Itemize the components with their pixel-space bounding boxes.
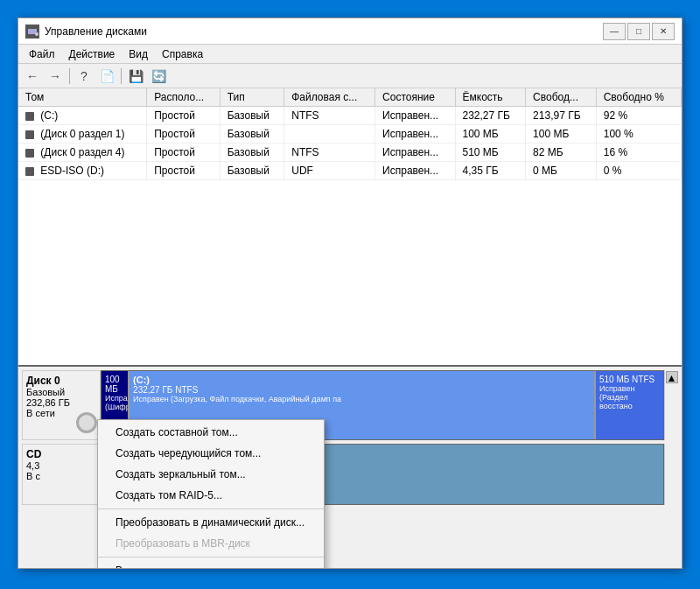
menu-action[interactable]: Действие (62, 46, 122, 62)
disk-table-area: Том Располо... Тип Файловая с... Состоян… (18, 88, 682, 367)
cell-location: Простой (147, 144, 220, 162)
cell-free-pct: 16 % (596, 144, 681, 162)
maximize-button[interactable]: □ (627, 23, 650, 40)
cell-location: Простой (147, 125, 220, 144)
col-free-pct[interactable]: Свободно % (596, 88, 681, 107)
main-window: Управление дисками — □ ✕ Файл Действие В… (18, 18, 682, 569)
cell-capacity: 4,35 ГБ (455, 162, 526, 180)
svg-point-2 (35, 32, 38, 36)
cell-filesystem: NTFS (284, 107, 375, 125)
col-capacity[interactable]: Ёмкость (455, 88, 526, 107)
app-icon (25, 25, 39, 39)
main-content: Том Располо... Тип Файловая с... Состоян… (18, 88, 682, 568)
ctx-create-mirror[interactable]: Создать зеркальный том... (98, 464, 324, 485)
col-status[interactable]: Состояние (375, 88, 455, 107)
cell-free: 100 МБ (526, 125, 597, 144)
p2-size: 232,27 ГБ NTFS (133, 385, 591, 395)
context-menu: Создать составной том... Создать чередую… (97, 419, 325, 568)
p3-size: 510 МБ NTFS (599, 375, 660, 384)
cell-type: Базовый (220, 144, 284, 162)
col-filesystem[interactable]: Файловая с... (284, 88, 375, 107)
disk-circle-indicator (76, 412, 97, 433)
cell-status: Исправен... (375, 162, 455, 180)
disk-visual-area: Диск 0 Базовый 232,86 ГБ В сети 100 МБ И… (18, 367, 682, 568)
cell-free: 213,97 ГБ (526, 107, 597, 125)
cell-type: Базовый (220, 107, 284, 125)
properties-toolbar-button[interactable]: 📄 (96, 67, 117, 86)
toolbar-sep-1 (69, 68, 70, 84)
scrollbar-right[interactable]: ▲ (664, 370, 678, 440)
toolbar-sep-2 (121, 68, 122, 84)
cell-name: ESD-ISO (D:) (18, 162, 147, 180)
ctx-convert-dynamic[interactable]: Преобразовать в динамический диск... (98, 512, 324, 533)
table-header-row: Том Располо... Тип Файловая с... Состоян… (18, 88, 682, 107)
menu-file[interactable]: Файл (22, 46, 62, 62)
cell-name: (Диск 0 раздел 4) (18, 144, 147, 162)
disk0-name: Диск 0 (26, 375, 96, 387)
close-button[interactable]: ✕ (652, 23, 675, 40)
cell-filesystem (284, 125, 375, 144)
p1-info: Исправен (Шифров (105, 394, 124, 411)
cell-filesystem: NTFS (284, 144, 375, 162)
title-bar-buttons: — □ ✕ (603, 23, 675, 40)
menu-bar: Файл Действие Вид Справка (18, 45, 682, 64)
cell-free: 0 МБ (526, 162, 597, 180)
ctx-sep-1 (98, 508, 324, 509)
cd-status: В с (26, 471, 96, 481)
table-row[interactable]: (Диск 0 раздел 4) Простой Базовый NTFS И… (18, 144, 682, 162)
col-volume[interactable]: Том (18, 88, 147, 107)
cell-type: Базовый (220, 125, 284, 144)
cell-free-pct: 0 % (596, 162, 681, 180)
disk-table: Том Располо... Тип Файловая с... Состоян… (18, 88, 682, 180)
p2-name: (C:) (133, 375, 591, 385)
cd-scrollbar (664, 444, 678, 505)
ctx-create-striped[interactable]: Создать чередующийся том... (98, 443, 324, 464)
table-row[interactable]: (C:) Простой Базовый NTFS Исправен... 23… (18, 107, 682, 125)
back-button[interactable]: ← (22, 67, 43, 86)
cell-location: Простой (147, 107, 220, 125)
cd-label: CD 4,3 В с (22, 444, 101, 505)
disk0-size: 232,86 ГБ (26, 397, 96, 408)
ctx-create-spanned[interactable]: Создать составной том... (98, 422, 324, 443)
menu-help[interactable]: Справка (155, 46, 210, 62)
partition-510mb[interactable]: 510 МБ NTFS Исправен (Раздел восстано (596, 371, 663, 439)
cell-capacity: 232,27 ГБ (455, 107, 526, 125)
disk0-type: Базовый (26, 387, 96, 397)
title-bar: Управление дисками — □ ✕ (18, 18, 682, 45)
disk-table-body: (C:) Простой Базовый NTFS Исправен... 23… (18, 107, 682, 180)
cell-capacity: 510 МБ (455, 144, 526, 162)
p2-info: Исправен (Загрузка, Файл подкачки, Авари… (133, 395, 591, 403)
cell-status: Исправен... (375, 144, 455, 162)
p3-info: Исправен (Раздел восстано (599, 384, 660, 410)
cell-status: Исправен... (375, 125, 455, 144)
table-row[interactable]: ESD-ISO (D:) Простой Базовый UDF Исправе… (18, 162, 682, 180)
ctx-create-raid5[interactable]: Создать том RAID-5... (98, 485, 324, 506)
toolbar: ← → ? 📄 💾 🔄 (18, 64, 682, 88)
cell-free-pct: 100 % (596, 125, 681, 144)
ctx-sep-2 (98, 557, 324, 557)
cell-name: (C:) (18, 107, 147, 125)
cell-capacity: 100 МБ (455, 125, 526, 144)
refresh-button[interactable]: 🔄 (148, 67, 169, 86)
cell-location: Простой (147, 162, 220, 180)
col-type[interactable]: Тип (220, 88, 284, 107)
table-row[interactable]: (Диск 0 раздел 1) Простой Базовый Исправ… (18, 125, 682, 144)
minimize-button[interactable]: — (603, 23, 626, 40)
cell-type: Базовый (220, 162, 284, 180)
menu-view[interactable]: Вид (122, 46, 155, 62)
cell-free: 82 МБ (526, 144, 597, 162)
p1-size: 100 МБ (105, 375, 124, 394)
cell-status: Исправен... (375, 107, 455, 125)
new-button[interactable]: 💾 (125, 67, 146, 86)
cd-size: 4,3 (26, 460, 96, 471)
ctx-offline[interactable]: Вне сети (98, 560, 324, 568)
col-free[interactable]: Свобод... (526, 88, 597, 107)
forward-button[interactable]: → (45, 67, 66, 86)
col-location[interactable]: Располо... (147, 88, 220, 107)
cell-name: (Диск 0 раздел 1) (18, 125, 147, 144)
window-title: Управление дисками (45, 25, 603, 38)
cell-filesystem: UDF (284, 162, 375, 180)
cd-name: CD (26, 448, 96, 460)
ctx-convert-mbr: Преобразовать в MBR-диск (98, 533, 324, 554)
help-toolbar-button[interactable]: ? (74, 67, 94, 86)
